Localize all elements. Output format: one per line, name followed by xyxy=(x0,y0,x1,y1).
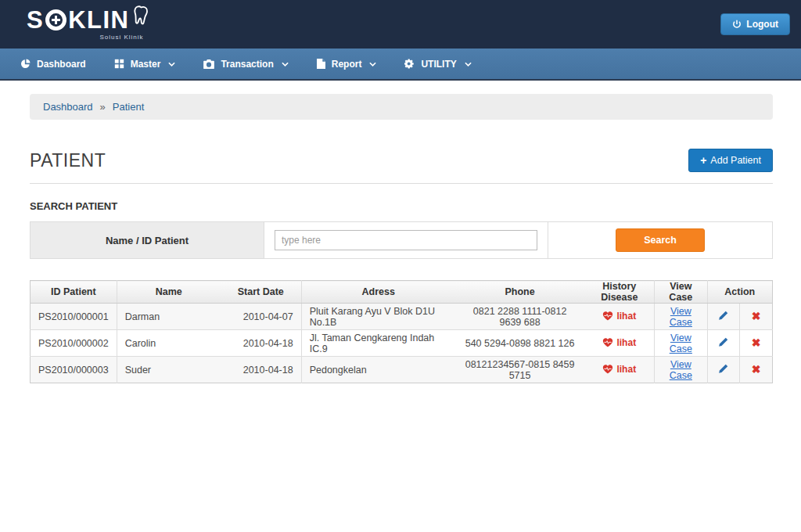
app-header: S KLIN Solusi Klinik Logout xyxy=(0,0,801,49)
history-lihat-link[interactable]: lihat xyxy=(602,337,636,348)
search-button-cell: Search xyxy=(548,222,772,258)
brand-text-end: KLIN xyxy=(68,8,129,32)
nav-label: Report xyxy=(332,59,362,70)
breadcrumb: Dashboard » Patient xyxy=(30,94,773,120)
nav-item-utility[interactable]: UTILITY xyxy=(390,49,485,79)
dashboard-icon xyxy=(20,59,31,69)
cell-adress: Pedongkelan xyxy=(301,357,455,383)
nav-label: Transaction xyxy=(221,59,273,70)
delete-x-button[interactable]: ✖ xyxy=(752,364,761,375)
search-field-label: Name / ID Patient xyxy=(31,222,264,258)
history-label: lihat xyxy=(616,364,636,375)
chevron-down-icon xyxy=(282,62,289,66)
col-header-adress: Adress xyxy=(301,281,455,304)
nav-item-transaction[interactable]: Transaction xyxy=(189,49,302,79)
chevron-down-icon xyxy=(168,62,175,66)
cell-view-case: View Case xyxy=(655,330,707,357)
search-panel: Name / ID Patient Search xyxy=(30,221,773,259)
title-row: PATIENT + Add Patient xyxy=(30,149,773,184)
x-icon: ✖ xyxy=(752,336,761,349)
report-icon xyxy=(317,59,325,69)
cell-history-disease: lihat xyxy=(584,304,654,330)
power-icon xyxy=(732,20,742,29)
chevron-down-icon xyxy=(369,62,376,66)
cell-adress: Pluit Karang Ayu V Blok D1U No.1B xyxy=(301,304,455,330)
delete-x-button[interactable]: ✖ xyxy=(752,311,761,322)
heart-pulse-icon xyxy=(602,365,613,374)
history-lihat-link[interactable]: lihat xyxy=(602,364,636,375)
cell-phone: 540 5294-0898 8821 126 xyxy=(455,330,585,357)
nav-item-dashboard[interactable]: Dashboard xyxy=(6,49,100,79)
page-title: PATIENT xyxy=(30,150,106,171)
cross-plus-icon xyxy=(45,9,66,31)
search-input[interactable] xyxy=(275,230,537,250)
col-header-id-patient: ID Patient xyxy=(31,281,117,304)
search-input-cell xyxy=(264,222,548,258)
history-lihat-link[interactable]: lihat xyxy=(602,311,636,322)
table-row: PS2010/000001 Darman 2010-04-07 Pluit Ka… xyxy=(31,304,773,330)
history-label: lihat xyxy=(616,311,636,322)
cell-view-case: View Case xyxy=(655,357,707,383)
view-case-link[interactable]: View Case xyxy=(670,332,692,354)
cell-adress: Jl. Taman Cengkareng Indah IC.9 xyxy=(301,330,455,357)
table-header-row: ID Patient Name Start Date Adress Phone … xyxy=(31,281,773,304)
cell-delete: ✖ xyxy=(740,304,773,330)
transaction-icon xyxy=(203,59,214,69)
brand-logo: S KLIN Solusi Klinik xyxy=(27,8,155,41)
cell-start-date: 2010-04-07 xyxy=(221,304,301,330)
gear-icon xyxy=(404,59,415,69)
cell-start-date: 2010-04-18 xyxy=(221,357,301,383)
history-label: lihat xyxy=(616,337,636,348)
col-header-phone: Phone xyxy=(455,281,585,304)
brand-text-start: S xyxy=(27,8,44,32)
col-header-view-case: View Case xyxy=(655,281,707,304)
search-button[interactable]: Search xyxy=(616,228,705,252)
col-header-start-date: Start Date xyxy=(221,281,301,304)
search-section-title: SEARCH PATIENT xyxy=(30,200,773,212)
x-icon: ✖ xyxy=(752,310,761,322)
x-icon: ✖ xyxy=(752,363,761,376)
master-icon xyxy=(114,59,124,69)
edit-pencil-button[interactable] xyxy=(718,364,728,374)
heart-pulse-icon xyxy=(602,311,613,321)
breadcrumb-current: Patient xyxy=(113,101,144,113)
nav-label: UTILITY xyxy=(421,59,456,70)
nav-label: Dashboard xyxy=(37,59,86,70)
cell-name: Darman xyxy=(117,304,221,330)
delete-x-button[interactable]: ✖ xyxy=(752,337,761,348)
cell-phone: 0821 2288 1111-0812 9639 688 xyxy=(455,304,585,330)
nav-label: Master xyxy=(131,59,161,70)
col-header-name: Name xyxy=(117,281,221,304)
logout-label: Logout xyxy=(746,19,778,30)
table-row: PS2010/000003 Suder 2010-04-18 Pedongkel… xyxy=(31,357,773,383)
logout-button[interactable]: Logout xyxy=(720,13,790,35)
add-patient-button[interactable]: + Add Patient xyxy=(688,149,773,172)
page-content: Dashboard » Patient PATIENT + Add Patien… xyxy=(30,94,773,383)
add-patient-label: Add Patient xyxy=(710,155,761,166)
view-case-link[interactable]: View Case xyxy=(670,359,692,381)
cell-edit xyxy=(707,357,740,383)
view-case-link[interactable]: View Case xyxy=(670,306,692,328)
cell-delete: ✖ xyxy=(740,330,773,357)
tooth-icon xyxy=(130,2,156,31)
col-header-history-disease: History Disease xyxy=(584,281,654,304)
cell-name: Suder xyxy=(117,357,221,383)
breadcrumb-separator: » xyxy=(100,101,106,113)
cell-id-patient: PS2010/000003 xyxy=(31,357,117,383)
heart-pulse-icon xyxy=(602,338,613,347)
cell-delete: ✖ xyxy=(740,357,773,383)
edit-pencil-button[interactable] xyxy=(718,311,728,321)
cell-edit xyxy=(707,304,740,330)
cell-view-case: View Case xyxy=(655,304,707,330)
nav-item-master[interactable]: Master xyxy=(100,49,190,79)
cell-history-disease: lihat xyxy=(584,330,654,357)
chevron-down-icon xyxy=(465,62,472,66)
edit-pencil-button[interactable] xyxy=(718,337,728,347)
nav-item-report[interactable]: Report xyxy=(303,49,391,79)
plus-icon: + xyxy=(700,155,706,166)
cell-name: Carolin xyxy=(117,330,221,357)
breadcrumb-link-dashboard[interactable]: Dashboard xyxy=(43,101,93,113)
cell-id-patient: PS2010/000001 xyxy=(31,304,117,330)
cell-edit xyxy=(707,330,740,357)
cell-history-disease: lihat xyxy=(584,357,654,383)
